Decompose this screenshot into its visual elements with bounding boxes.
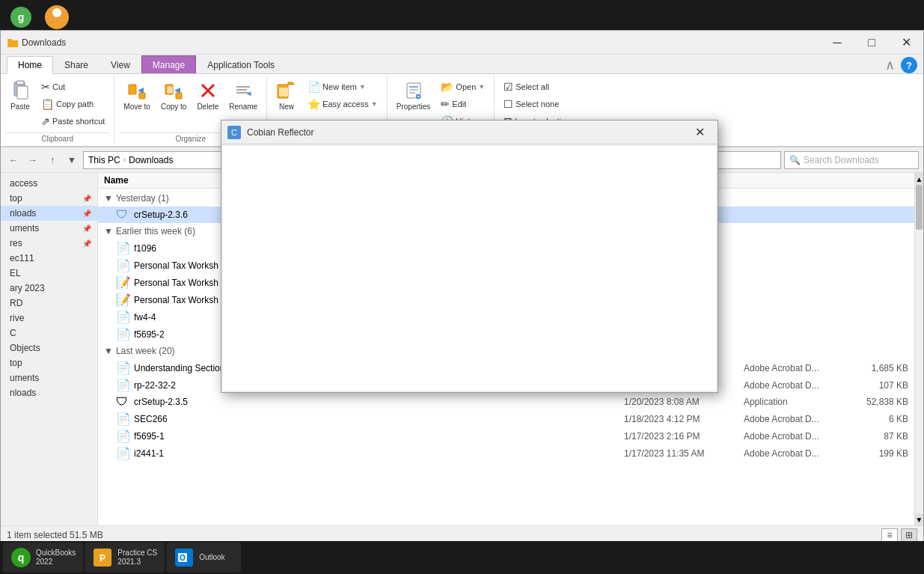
dialog-title-text: Cobian Reflector [247,127,688,138]
dialog-content [223,146,716,391]
dialog-icon: C [227,126,241,139]
dialog-icon-text: C [231,128,237,137]
dialog-close-button[interactable]: ✕ [688,123,712,141]
dialog-title-bar: C Cobian Reflector ✕ [221,120,718,144]
dialog-overlay: C Cobian Reflector ✕ [0,0,924,574]
cobian-reflector-dialog: C Cobian Reflector ✕ [221,120,718,393]
